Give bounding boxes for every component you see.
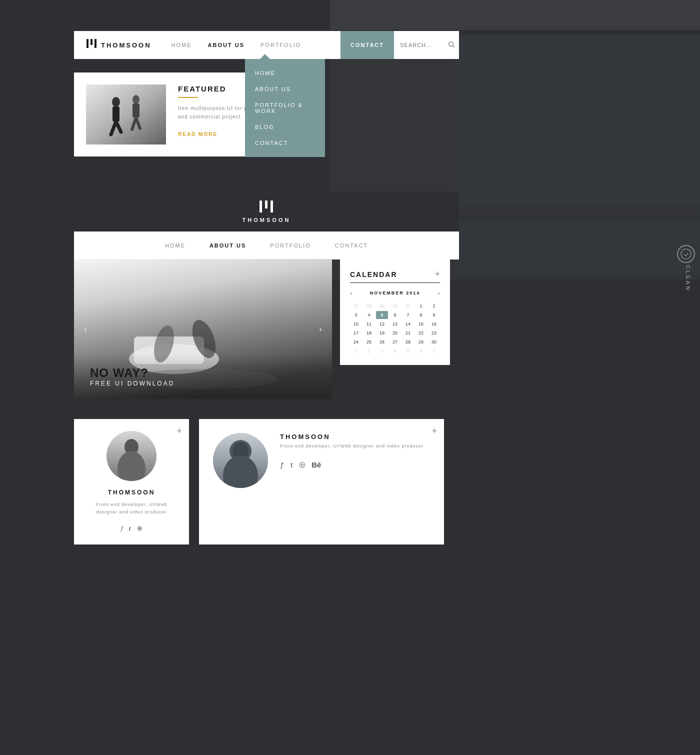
calendar-title: CALENDAR xyxy=(350,270,398,278)
calendar-day: 2 xyxy=(428,302,440,310)
calendar-grid: 2728293031123456789101112131415161718192… xyxy=(350,302,440,355)
dropdown-menu: HOME ABOUT US PORTFOLIO & WORK BLOG CONT… xyxy=(245,59,325,157)
nav-about[interactable]: ABOUT US xyxy=(208,42,244,48)
calendar-day: 4 xyxy=(363,311,375,319)
hero-prev-button[interactable]: ‹ xyxy=(78,322,93,336)
calendar-day: 28 xyxy=(402,338,414,346)
svg-point-3 xyxy=(449,42,454,46)
calendar-prev-button[interactable]: ‹ xyxy=(350,289,352,297)
calendar-day: 17 xyxy=(350,329,362,337)
dropdown-item-home[interactable]: HOME xyxy=(245,65,325,81)
dark-bar-logo-text: THOMSOON xyxy=(242,217,291,223)
calendar-day: 3 xyxy=(350,311,362,319)
calendar-day: 15 xyxy=(415,320,427,328)
calendar-day: 1 xyxy=(350,347,362,355)
hero-title: NO WAY? xyxy=(90,366,316,380)
calendar-day: 29 xyxy=(376,302,388,310)
svg-rect-1 xyxy=(90,39,92,45)
svg-rect-8 xyxy=(112,106,120,122)
svg-rect-17 xyxy=(270,200,273,212)
calendar-day: 29 xyxy=(415,338,427,346)
hero-overlay: NO WAY? FREE UI DOWNLOAD xyxy=(74,354,332,399)
dark-bar: THOMSOON xyxy=(74,192,459,232)
profile-wide-info: THOMSOON Front-end developer, UI/Web des… xyxy=(280,433,430,530)
nav2-contact[interactable]: CONTACT xyxy=(335,242,368,248)
profile-narrow-description: Front-end developer, UI/Web designer and… xyxy=(86,501,177,516)
nav-portfolio[interactable]: PORTFOLIO xyxy=(260,42,301,48)
hero-next-button[interactable]: › xyxy=(313,322,328,336)
calendar-day: 14 xyxy=(402,320,414,328)
social-twitter-icon[interactable]: 𝒕 xyxy=(129,524,131,532)
calendar-day: 4 xyxy=(389,347,401,355)
hero-subtitle: FREE UI DOWNLOAD xyxy=(90,380,316,387)
calendar-day: 28 xyxy=(363,302,375,310)
svg-line-4 xyxy=(453,46,455,48)
search-icon[interactable] xyxy=(448,41,455,50)
nav2-portfolio[interactable]: PORTFOLIO xyxy=(270,242,310,248)
profile-narrow-add-button[interactable]: + xyxy=(176,426,182,436)
clean-label: CLEAN xyxy=(685,265,691,292)
calendar-day: 3 xyxy=(376,347,388,355)
calendar-day: 18 xyxy=(363,329,375,337)
calendar-day: 20 xyxy=(389,329,401,337)
svg-point-33 xyxy=(681,249,691,259)
nav2-home[interactable]: HOME xyxy=(165,242,186,248)
search-input[interactable] xyxy=(400,42,445,48)
profile-wide-avatar xyxy=(213,433,268,488)
calendar-day: 8 xyxy=(415,311,427,319)
dropdown-item-portfolio[interactable]: PORTFOLIO & WORK xyxy=(245,97,325,119)
profile-narrow-name: THOMSOON xyxy=(108,489,156,496)
svg-rect-0 xyxy=(86,39,88,48)
calendar-day: 7 xyxy=(428,347,440,355)
dropdown-item-about[interactable]: ABOUT US xyxy=(245,81,325,97)
nav-home[interactable]: HOME xyxy=(172,42,192,48)
profile-wide-description: Front-end developer, UI/Web designer and… xyxy=(280,442,430,450)
featured-image xyxy=(86,84,166,144)
read-more-link[interactable]: READ MORE xyxy=(178,132,218,137)
calendar-day: 6 xyxy=(389,311,401,319)
nav-search xyxy=(394,31,459,59)
featured-underline xyxy=(178,97,198,98)
social-wide-behance-icon[interactable]: Bē xyxy=(312,460,321,469)
calendar-day: 9 xyxy=(428,311,440,319)
calendar-day: 2 xyxy=(363,347,375,355)
social-wide-twitter-icon[interactable]: τ xyxy=(290,460,293,469)
social-facebook-icon[interactable]: 𝑓 xyxy=(121,524,123,532)
calendar-day: 23 xyxy=(428,329,440,337)
calendar-day: 27 xyxy=(350,302,362,310)
calendar-add-button[interactable]: + xyxy=(434,269,440,280)
calendar-next-button[interactable]: › xyxy=(438,289,440,297)
dropdown-item-contact[interactable]: CONTACT xyxy=(245,135,325,151)
svg-rect-6 xyxy=(86,84,166,144)
calendar-header: CALENDAR + xyxy=(350,269,440,280)
logo[interactable]: THOMSOON xyxy=(86,38,152,52)
hero-slider-section: NO WAY? FREE UI DOWNLOAD ‹ › xyxy=(74,259,332,399)
calendar-day: 31 xyxy=(402,302,414,310)
nav2-about[interactable]: ABOUT US xyxy=(210,242,246,248)
dropdown-item-blog[interactable]: BLOG xyxy=(245,119,325,135)
calendar-day: 25 xyxy=(363,338,375,346)
dropdown-arrow xyxy=(260,54,270,59)
calendar-day: 10 xyxy=(350,320,362,328)
calendar-widget: CALENDAR + ‹ NOVEMBER 2014 › 27282930311… xyxy=(340,259,450,365)
calendar-day: 22 xyxy=(415,329,427,337)
calendar-day: 19 xyxy=(376,329,388,337)
calendar-divider xyxy=(350,282,440,283)
calendar-day: 5 xyxy=(402,347,414,355)
calendar-day: 16 xyxy=(428,320,440,328)
calendar-day: 27 xyxy=(389,338,401,346)
social-wide-dribbble-icon[interactable]: ◎ xyxy=(299,460,306,469)
calendar-day: 11 xyxy=(363,320,375,328)
calendar-day: 30 xyxy=(428,338,440,346)
hero-slider: NO WAY? FREE UI DOWNLOAD ‹ › xyxy=(74,259,332,399)
social-wide-facebook-icon[interactable]: ƒ xyxy=(280,460,284,469)
calendar-day[interactable]: 5 xyxy=(376,311,388,319)
svg-point-7 xyxy=(112,97,120,107)
nav-contact-button[interactable]: CONTACT xyxy=(340,31,394,59)
lower-section: + THOMSOON Front-e xyxy=(74,419,444,544)
profile-card-wide: + THOM xyxy=(199,419,444,544)
social-dribbble-icon[interactable]: ⊕ xyxy=(137,524,142,532)
calendar-day: 7 xyxy=(402,311,414,319)
calendar-month-label: NOVEMBER 2014 xyxy=(370,290,420,296)
profile-wide-add-button[interactable]: + xyxy=(432,426,437,436)
